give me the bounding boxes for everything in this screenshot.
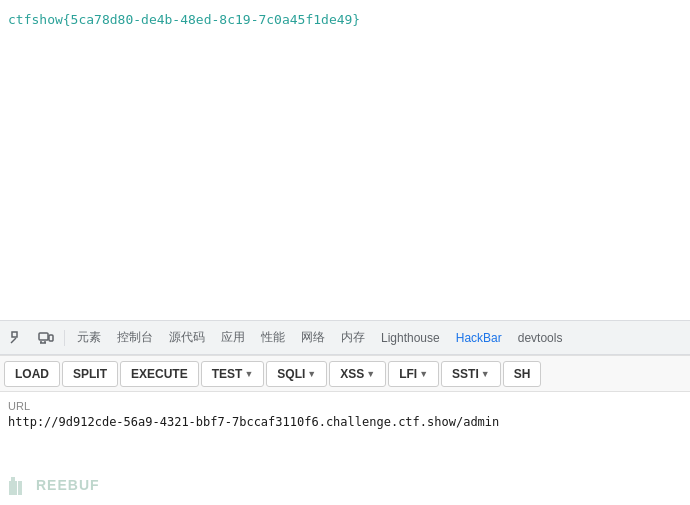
tab-elements[interactable]: 元素 — [69, 321, 109, 355]
ctf-flag-text: ctfshow{5ca78d80-de4b-48ed-8c19-7c0a45f1… — [8, 12, 360, 27]
split-button[interactable]: SPLIT — [62, 361, 118, 387]
main-content: ctfshow{5ca78d80-de4b-48ed-8c19-7c0a45f1… — [0, 0, 690, 320]
execute-button[interactable]: EXECUTE — [120, 361, 199, 387]
svg-rect-3 — [49, 335, 53, 341]
svg-rect-9 — [18, 481, 22, 495]
url-value: http://9d912cde-56a9-4321-bbf7-7bccaf311… — [8, 415, 682, 429]
hackbar-panel: LOAD SPLIT EXECUTE TEST ▼ SQLI ▼ XSS ▼ L… — [0, 355, 690, 470]
tab-network[interactable]: 网络 — [293, 321, 333, 355]
hackbar-url-area: URL http://9d912cde-56a9-4321-bbf7-7bcca… — [0, 392, 690, 433]
url-label: URL — [8, 400, 682, 412]
svg-rect-0 — [12, 332, 17, 337]
hackbar-toolbar: LOAD SPLIT EXECUTE TEST ▼ SQLI ▼ XSS ▼ L… — [0, 356, 690, 392]
watermark: REEBUF — [8, 473, 100, 497]
tab-sources[interactable]: 源代码 — [161, 321, 213, 355]
tab-hackbar[interactable]: HackBar — [448, 321, 510, 355]
inspect-icon[interactable] — [4, 324, 32, 352]
sqli-arrow: ▼ — [307, 369, 316, 379]
lfi-button[interactable]: LFI ▼ — [388, 361, 439, 387]
tab-console[interactable]: 控制台 — [109, 321, 161, 355]
xss-button[interactable]: XSS ▼ — [329, 361, 386, 387]
devtools-tabbar: 元素 控制台 源代码 应用 性能 网络 内存 Lighthouse HackBa… — [0, 320, 690, 355]
svg-rect-7 — [9, 481, 17, 495]
lfi-arrow: ▼ — [419, 369, 428, 379]
device-icon[interactable] — [32, 324, 60, 352]
sqli-button[interactable]: SQLI ▼ — [266, 361, 327, 387]
watermark-text: REEBUF — [36, 477, 100, 493]
svg-line-1 — [11, 338, 16, 343]
sh-button[interactable]: SH — [503, 361, 542, 387]
load-button[interactable]: LOAD — [4, 361, 60, 387]
svg-rect-2 — [39, 333, 48, 340]
test-button[interactable]: TEST ▼ — [201, 361, 265, 387]
svg-rect-8 — [11, 477, 15, 481]
xss-arrow: ▼ — [366, 369, 375, 379]
tab-devtools[interactable]: devtools — [510, 321, 571, 355]
ssti-button[interactable]: SSTI ▼ — [441, 361, 501, 387]
watermark-logo-icon — [8, 473, 32, 497]
tab-memory[interactable]: 内存 — [333, 321, 373, 355]
tab-application[interactable]: 应用 — [213, 321, 253, 355]
tab-performance[interactable]: 性能 — [253, 321, 293, 355]
tab-divider — [64, 330, 65, 346]
ssti-arrow: ▼ — [481, 369, 490, 379]
tab-lighthouse[interactable]: Lighthouse — [373, 321, 448, 355]
test-arrow: ▼ — [244, 369, 253, 379]
